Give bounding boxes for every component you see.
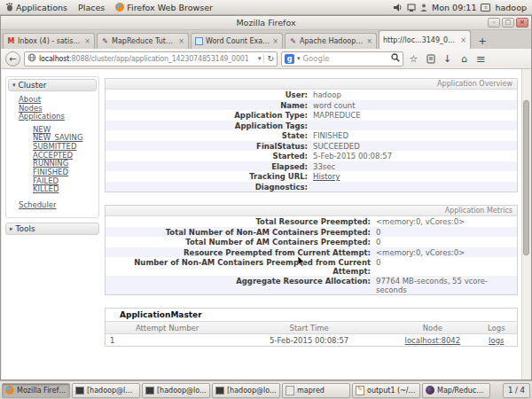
window-controls: – □ × <box>488 18 528 27</box>
row-label: Resource Preempted from Current Attempt: <box>106 247 376 257</box>
metrics-row: Total Number of Non-AM Containers Preemp… <box>106 227 517 238</box>
row-value-link[interactable]: History <box>313 171 345 181</box>
tab-close-icon[interactable]: × <box>272 37 278 45</box>
keyboard-indicator-icon[interactable]: ⌗ <box>481 4 490 12</box>
tab-close-icon[interactable]: × <box>366 37 372 45</box>
browser-tab[interactable]: http://loc...3149_0001× <box>379 30 471 49</box>
search-input[interactable]: Google <box>303 54 388 63</box>
tab-close-icon[interactable]: × <box>84 37 90 45</box>
reload-icon[interactable]: ↻ <box>263 54 274 63</box>
applications-menu[interactable]: Applications <box>0 0 73 14</box>
maximize-button[interactable]: □ <box>502 18 514 27</box>
scrollbar-thumb[interactable] <box>523 100 529 255</box>
bookmarks-panel-icon[interactable] <box>424 54 437 64</box>
back-button[interactable]: ← <box>5 51 20 66</box>
search-engine-dropdown-icon[interactable]: ▾ <box>297 55 301 62</box>
hadoop-icon: ✎ <box>101 37 109 45</box>
taskbar-item-label: [hadoop@loc... <box>87 387 137 395</box>
row-value: 5-Feb-2015 00:08:57 <box>313 151 517 160</box>
network-icon[interactable] <box>407 4 416 12</box>
overview-row: User:hadoop <box>106 90 517 100</box>
browser-tab[interactable]: ✎MapReduce Tutorial× <box>97 33 189 49</box>
firefox-icon <box>115 3 124 12</box>
overview-row: Elapsed:33sec <box>106 161 517 172</box>
taskbar-item[interactable]: [hadoop@loc... <box>72 383 140 398</box>
row-value: hadoop <box>313 90 517 99</box>
clock[interactable]: Mon 09:11 <box>432 3 476 12</box>
cluster-accordion-header[interactable]: ▾ Cluster <box>8 79 97 91</box>
taskbar-item[interactable]: [hadoop@lo... <box>212 383 280 398</box>
minimize-button[interactable]: – <box>488 18 500 27</box>
taskbar-item[interactable]: Map/Reduce ... <box>422 383 490 398</box>
row-value: 0 <box>376 257 517 267</box>
taskbar-item-label: mapred <box>297 387 325 395</box>
overview-row: Started:5-Feb-2015 00:08:57 <box>106 151 517 161</box>
row-label: State: <box>106 130 313 140</box>
overview-row: Application Tags: <box>106 121 517 131</box>
row-value: MAPREDUCE <box>313 110 517 120</box>
home-icon[interactable]: ⌂ <box>458 53 471 65</box>
master-col-header: Start Time <box>229 322 389 333</box>
application-master-title: ApplicationMaster <box>106 309 517 321</box>
terminal-icon <box>215 387 224 395</box>
system-tray: Mon 09:11 ⌗ hadoop <box>394 3 532 12</box>
window-titlebar[interactable]: Mozilla Firefox – □ × <box>1 16 531 30</box>
metrics-row: Number of Non-AM Containers Preempted fr… <box>106 257 517 276</box>
workspace-switcher[interactable]: 1 / 4 <box>503 383 530 398</box>
firefox-launcher[interactable]: Firefox Web Browser <box>110 0 218 14</box>
accordion-closed-icon: ▸ <box>10 225 13 232</box>
sidebar-item-applications[interactable]: Applications <box>19 113 97 121</box>
tab-close-icon[interactable]: × <box>460 36 466 44</box>
browser-tab[interactable]: MInbox (4) - satish....× <box>3 33 95 49</box>
browser-tab[interactable]: Word Count Exam...× <box>191 33 283 49</box>
master-col-header: Attempt Number <box>106 322 229 333</box>
search-go-icon[interactable] <box>391 53 400 64</box>
google-engine-icon[interactable]: g <box>285 54 294 64</box>
browser-tab[interactable]: ✎Apache Hadoop 2....× <box>285 33 377 49</box>
menu-hamburger-icon[interactable]: ≡ <box>474 52 488 66</box>
row-value: <memory:0, vCores:0> <box>376 247 517 257</box>
row-value: 97764 MB-seconds, 55 vcore-seconds <box>376 276 517 294</box>
main-panel: Application Overview User:hadoopName:wor… <box>105 78 518 359</box>
master-table-body: 15-Feb-2015 00:08:57localhost:8042logs <box>106 334 517 346</box>
taskbar-item-label: output1 (~/D... <box>367 387 417 395</box>
tab-close-icon[interactable]: × <box>178 37 184 45</box>
user-menu[interactable]: hadoop <box>495 3 527 12</box>
tools-accordion-header[interactable]: ▸ Tools <box>5 223 99 235</box>
taskbar-item[interactable]: mapred <box>282 383 350 398</box>
volume-icon[interactable] <box>394 4 403 12</box>
logs-link[interactable]: logs <box>489 336 504 345</box>
url-dropdown-icon[interactable]: ▾ <box>258 55 262 62</box>
terminal-icon <box>145 387 154 395</box>
application-metrics-section: Application Metrics Total Resource Preem… <box>105 205 518 295</box>
taskbar-item[interactable]: Mozilla Firefox <box>2 383 70 398</box>
cluster-header-label: Cluster <box>19 81 47 90</box>
new-tab-button[interactable]: + <box>474 35 490 49</box>
row-label: Total Number of Non-AM Containers Preemp… <box>106 227 376 237</box>
row-value: <memory:0, vCores:0> <box>376 216 517 226</box>
doc-icon <box>195 37 203 45</box>
taskbar-item[interactable]: output1 (~/D... <box>352 383 420 398</box>
bookmark-star-icon[interactable]: ☆ <box>407 53 420 65</box>
user-status-icon[interactable] <box>420 4 427 12</box>
sidebar-state-killed[interactable]: KILLED <box>33 185 97 194</box>
close-button[interactable]: × <box>516 18 528 27</box>
mouse-cursor <box>298 254 306 271</box>
attempt-number-cell: 1 <box>106 334 229 346</box>
node-link[interactable]: localhost:8042 <box>405 336 461 345</box>
site-identity-globe-icon[interactable] <box>27 53 36 64</box>
overview-row: FinalStatus:SUCCEEDED <box>106 141 517 152</box>
url-text[interactable]: localhost:8088/cluster/app/application_1… <box>39 55 255 63</box>
vertical-scrollbar[interactable] <box>521 69 530 379</box>
url-bar[interactable]: localhost:8088/cluster/app/application_1… <box>24 51 278 66</box>
taskbar-item[interactable]: [hadoop@lo... <box>142 383 210 398</box>
sidebar-item-scheduler[interactable]: Scheduler <box>19 201 97 210</box>
search-bar[interactable]: g ▾ Google <box>281 51 403 66</box>
file-icon <box>286 386 294 395</box>
editor-icon <box>356 386 364 395</box>
downloads-icon[interactable]: ↓ <box>441 53 454 65</box>
places-menu[interactable]: Places <box>73 0 110 14</box>
row-value: 0 <box>376 237 517 246</box>
row-value: 33sec <box>313 161 517 171</box>
master-table-header-row: Attempt NumberStart TimeNodeLogs <box>106 321 517 334</box>
